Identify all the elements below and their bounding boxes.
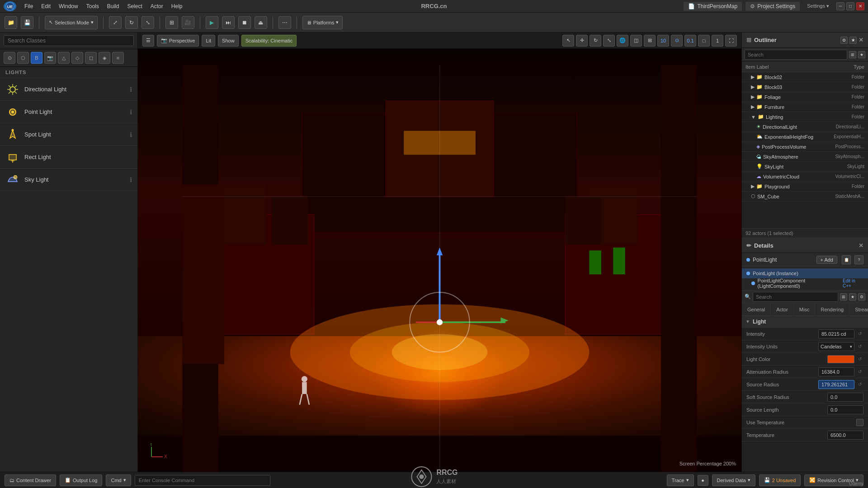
icon-trigger-btn[interactable]: ◻	[85, 52, 97, 64]
outliner-item-skylight[interactable]: 💡 SkyLight SkyLight	[742, 162, 868, 172]
transform-scale-btn[interactable]: ⤡	[142, 16, 154, 29]
menu-tools[interactable]: Tools	[83, 2, 103, 10]
menu-build[interactable]: Build	[104, 2, 123, 10]
settings-button[interactable]: Settings ▾	[807, 3, 829, 9]
outliner-item-playground[interactable]: ▶ 📁 Playground Folder	[742, 182, 868, 192]
viewport-perspective-btn[interactable]: 📷 Perspective	[157, 35, 199, 47]
details-search-input[interactable]	[753, 292, 838, 302]
add-component-btn[interactable]: + Add	[816, 256, 837, 264]
vp-select-icon-btn[interactable]: ↖	[562, 35, 574, 47]
icon-blueprint-btn[interactable]: B	[31, 52, 42, 64]
close-button[interactable]: ✕	[856, 2, 864, 10]
toolbar-save-btn[interactable]: 💾	[21, 16, 33, 29]
intensity-reset-btn[interactable]: ↺	[856, 330, 863, 338]
content-drawer-btn[interactable]: 🗂 Content Drawer	[5, 474, 56, 486]
viewport-scalability-btn[interactable]: Scalability: Cinematic	[241, 35, 297, 47]
toolbar-new-btn[interactable]: 📁	[5, 16, 17, 29]
light-color-swatch[interactable]	[827, 355, 854, 363]
use-temperature-checkbox[interactable]	[856, 419, 863, 426]
play-skip-btn[interactable]: ⏭	[222, 16, 235, 29]
tab-actor[interactable]: Actor	[771, 303, 794, 316]
vp-rotate-icon-btn[interactable]: ↻	[590, 35, 601, 47]
intensity-units-reset-btn[interactable]: ↺	[856, 343, 863, 350]
light-item-spot[interactable]: Spot Light ℹ	[0, 123, 137, 146]
edit-cpp-link[interactable]: Edit in C++	[843, 278, 863, 288]
comp-item-component[interactable]: PointLightComponent (LightComponent0) Ed…	[742, 278, 868, 288]
menu-file[interactable]: File	[21, 2, 37, 10]
grid-snap-btn[interactable]: ⊞	[165, 16, 178, 29]
outliner-item-block03[interactable]: ▶ 📁 Block03 Folder	[742, 82, 868, 92]
details-star-btn[interactable]: ★	[849, 293, 856, 300]
vp-surface-snapping-btn[interactable]: ◫	[630, 35, 642, 47]
intensity-value[interactable]: 85.0215 cd	[818, 329, 854, 338]
viewport-show-btn[interactable]: Show	[218, 35, 239, 47]
outliner-item-foliage[interactable]: ▶ 📁 Foliage Folder	[742, 92, 868, 102]
extra-1-btn[interactable]: ⋯	[278, 16, 291, 29]
eject-btn[interactable]: ⏏	[255, 16, 267, 29]
icon-volume-btn[interactable]: ◈	[99, 52, 110, 64]
menu-window[interactable]: Window	[55, 2, 82, 10]
vp-move-icon-btn[interactable]: ✛	[576, 35, 588, 47]
outliner-item-expheightfog[interactable]: ⛅ ExponentialHeightFog ExponentialH...	[742, 132, 868, 142]
outliner-filter-btn[interactable]: ⊙	[840, 37, 848, 44]
menu-select[interactable]: Select	[123, 2, 146, 10]
icon-actor-btn[interactable]: ◇	[71, 52, 83, 64]
viewport[interactable]: ☰ 📷 Perspective Lit Show Scalability: Ci…	[138, 33, 741, 472]
derived-data-btn[interactable]: Derived Data ▾	[712, 474, 755, 486]
component-help-btn[interactable]: ?	[854, 255, 863, 264]
icon-cam-btn[interactable]: 📷	[44, 52, 56, 64]
unsaved-btn[interactable]: 💾 2 Unsaved	[759, 474, 801, 486]
comp-item-instance[interactable]: PointLight (Instance)	[742, 268, 868, 278]
outliner-item-furniture[interactable]: ▶ 📁 Furniture Folder	[742, 102, 868, 112]
icon-mesh-btn[interactable]: ⬡	[17, 52, 29, 64]
vp-hamburger-btn[interactable]: ☰	[142, 35, 154, 47]
camera-speed-btn[interactable]: 🎥	[182, 16, 194, 29]
attenuation-radius-value[interactable]: 16384.0	[818, 367, 854, 376]
intensity-units-dropdown[interactable]: Candelas ▾	[818, 342, 854, 351]
stop-btn[interactable]: ⏹	[238, 16, 251, 29]
outliner-close-btn[interactable]: ✕	[859, 37, 863, 43]
outliner-star2-btn[interactable]: ★	[858, 51, 865, 58]
icon-shape-btn[interactable]: △	[58, 52, 70, 64]
vp-maximize-btn[interactable]: ⛶	[725, 35, 737, 47]
tab-general[interactable]: General	[742, 303, 771, 316]
tab-streaming[interactable]: Streaming	[849, 303, 868, 316]
sky-light-info-icon[interactable]: ℹ	[130, 176, 132, 183]
transform-move-btn[interactable]: ⤢	[109, 16, 122, 29]
outliner-item-skyatmosphere[interactable]: 🌤 SkyAtmosphere SkyAtmosph...	[742, 152, 868, 162]
output-log-btn[interactable]: 📋 Output Log	[60, 474, 102, 486]
point-light-info-icon[interactable]: ℹ	[130, 108, 132, 116]
source-radius-reset-btn[interactable]: ↺	[856, 381, 863, 388]
details-settings-btn[interactable]: ⚙	[858, 293, 865, 300]
vp-scale-size-btn[interactable]: 1	[712, 35, 723, 47]
source-radius-value[interactable]: 179.261261	[818, 380, 854, 389]
source-length-value[interactable]: 0.0	[827, 405, 863, 414]
cmd-btn[interactable]: Cmd ▾	[106, 474, 131, 486]
console-input[interactable]	[135, 475, 270, 486]
vp-grid-size-btn[interactable]: 10	[657, 35, 669, 47]
temperature-value[interactable]: 6500.0	[827, 431, 863, 440]
platforms-button[interactable]: 🖥 Platforms ▾	[302, 16, 343, 29]
vp-scale-icon-btn[interactable]: ⤡	[603, 35, 615, 47]
tab-rendering[interactable]: Rendering	[815, 303, 849, 316]
outliner-item-smcube[interactable]: ⬡ SM_Cube StaticMeshA...	[742, 192, 868, 202]
menu-actor[interactable]: Actor	[147, 2, 167, 10]
outliner-item-volumetriccloud[interactable]: ☁ VolumetricCloud VolumetricCl...	[742, 172, 868, 182]
trace-btn[interactable]: Trace ▾	[667, 474, 694, 486]
icon-all-btn[interactable]: ≡	[112, 52, 124, 64]
details-close-btn[interactable]: ✕	[859, 242, 863, 249]
light-item-point[interactable]: Point Light ℹ	[0, 101, 137, 123]
vp-angle-size-btn[interactable]: 0.1	[684, 35, 696, 47]
viewport-lit-btn[interactable]: Lit	[202, 35, 215, 47]
outliner-item-directionallight[interactable]: ☀ DirectionalLight DirectionalLi...	[742, 122, 868, 132]
attenuation-radius-reset-btn[interactable]: ↺	[856, 368, 863, 375]
search-classes-input[interactable]	[4, 35, 134, 46]
spot-light-info-icon[interactable]: ℹ	[130, 131, 132, 138]
outliner-filter2-btn[interactable]: ⊞	[849, 51, 856, 58]
minimize-button[interactable]: ─	[836, 2, 844, 10]
tab-misc[interactable]: Misc	[794, 303, 816, 316]
maximize-button[interactable]: □	[846, 2, 854, 10]
light-section-header[interactable]: ▼ Light	[742, 316, 868, 328]
soft-source-radius-value[interactable]: 0.0	[827, 393, 863, 402]
play-btn[interactable]: ▶	[206, 16, 218, 29]
